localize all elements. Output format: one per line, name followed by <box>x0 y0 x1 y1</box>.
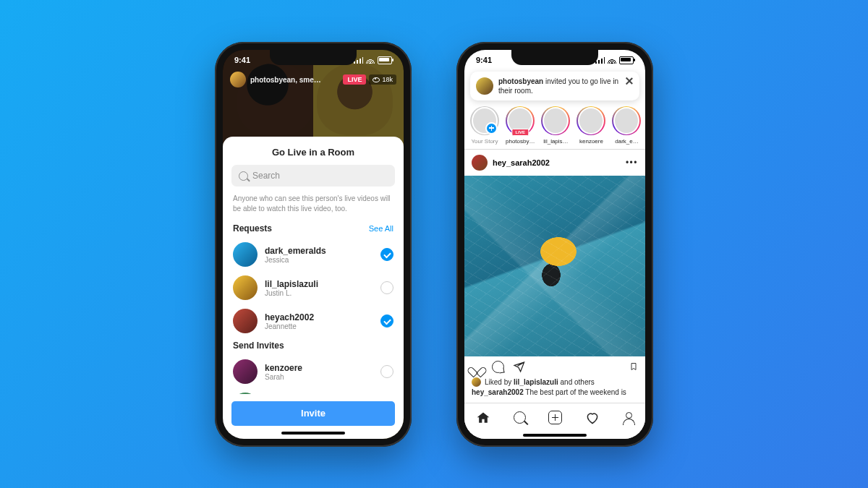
status-icons <box>354 56 392 64</box>
status-time: 9:41 <box>234 56 250 64</box>
likes-row[interactable]: Liked by lil_lapislazuli and others <box>464 377 645 387</box>
sheet-title: Go Live in a Room <box>223 137 404 165</box>
battery-icon <box>619 56 634 64</box>
send-invites-label: Send Invites <box>233 341 284 351</box>
story-label: dark_e… <box>615 138 638 145</box>
avatar <box>233 275 258 300</box>
see-all-link[interactable]: See All <box>369 224 393 233</box>
phone-mockup-right: 9:41 photosbyean invited you to go live … <box>456 42 653 447</box>
stories-tray[interactable]: Your Story LIVE photosby… lil_lapis… ken… <box>464 100 645 149</box>
privacy-note: Anyone who can see this person's live vi… <box>223 187 404 221</box>
home-indicator <box>281 432 345 435</box>
story-label: lil_lapis… <box>543 138 568 145</box>
screen-left: 9:41 photosbyean, sme… LIVE 18k Go Live … <box>223 50 404 439</box>
request-row[interactable]: dark_emeraldsJessica <box>233 238 393 271</box>
live-header: photosbyean, sme… LIVE 18k <box>223 72 404 87</box>
invite-row[interactable]: travis_shreds18 <box>233 388 393 394</box>
search-placeholder: Search <box>252 171 280 181</box>
avatar <box>233 242 258 267</box>
bookmark-icon[interactable] <box>629 361 638 372</box>
avatar <box>233 309 258 333</box>
wifi-icon <box>366 57 375 64</box>
add-story-plus-icon <box>485 122 498 134</box>
checkbox-unchecked-icon[interactable] <box>380 365 393 378</box>
phone-mockup-left: 9:41 photosbyean, sme… LIVE 18k Go Live … <box>215 42 412 447</box>
request-row[interactable]: lil_lapislazuliJustin L. <box>233 271 393 304</box>
story-item[interactable]: lil_lapis… <box>541 106 570 145</box>
screen-right: 9:41 photosbyean invited you to go live … <box>464 50 645 439</box>
story-label: Your Story <box>471 138 498 145</box>
like-icon[interactable] <box>472 363 483 373</box>
row-username: dark_emeralds <box>265 246 380 256</box>
status-icons <box>595 56 634 64</box>
story-item[interactable]: dark_e… <box>612 106 641 145</box>
more-options-icon[interactable]: ••• <box>626 158 638 168</box>
comment-icon[interactable] <box>492 361 504 373</box>
request-row[interactable]: heyach2002Jeannette <box>233 304 393 338</box>
send-invites-header: Send Invites <box>233 338 393 355</box>
profile-tab-icon[interactable] <box>623 412 634 423</box>
search-input[interactable]: Search <box>231 165 395 187</box>
viewer-count: 18k <box>369 74 396 85</box>
row-username: kenzoere <box>265 363 380 373</box>
requests-header: Requests See All <box>223 221 404 238</box>
live-badge-icon: LIVE <box>512 129 529 136</box>
checkbox-unchecked-icon[interactable] <box>380 281 393 294</box>
story-your-story[interactable]: Your Story <box>470 106 499 145</box>
post-caption: hey_sarah2002 The best part of the weeke… <box>464 387 645 396</box>
go-live-sheet: Go Live in a Room Search Anyone who can … <box>223 137 404 439</box>
row-username: heyach2002 <box>265 312 380 322</box>
host-username[interactable]: photosbyean, sme… <box>250 76 343 84</box>
avatar <box>233 393 258 394</box>
share-icon[interactable] <box>513 361 525 373</box>
invite-toast[interactable]: photosbyean invited you to go live in th… <box>470 72 639 100</box>
toast-text: photosbyean invited you to go live in th… <box>498 77 619 95</box>
post-avatar[interactable] <box>472 155 488 171</box>
checkbox-checked-icon[interactable] <box>380 314 393 328</box>
requests-label: Requests <box>233 223 272 234</box>
user-list: dark_emeraldsJessica lil_lapislazuliJust… <box>223 238 404 394</box>
row-name: Justin L. <box>265 289 380 297</box>
notch <box>511 50 598 65</box>
story-label: photosby… <box>506 138 535 145</box>
toast-avatar <box>476 77 493 95</box>
live-badge: LIVE <box>343 74 366 85</box>
invite-row[interactable]: kenzoereSarah <box>233 355 393 388</box>
story-item[interactable]: LIVE photosby… <box>506 106 535 145</box>
liker-avatar <box>472 377 481 387</box>
home-tab-icon[interactable] <box>476 411 490 425</box>
status-time: 9:41 <box>476 56 492 64</box>
post-header: hey_sarah2002 ••• <box>464 150 645 176</box>
avatar <box>233 359 258 384</box>
tab-bar <box>464 403 645 439</box>
row-username: lil_lapislazuli <box>265 279 380 289</box>
story-label: kenzoere <box>579 138 603 145</box>
checkbox-checked-icon[interactable] <box>380 248 393 261</box>
post-username[interactable]: hey_sarah2002 <box>493 158 621 167</box>
row-name: Jessica <box>265 256 380 264</box>
story-item[interactable]: kenzoere <box>576 106 605 145</box>
host-avatar[interactable] <box>230 72 246 87</box>
home-indicator <box>523 434 587 437</box>
invite-button[interactable]: Invite <box>231 401 395 426</box>
row-name: Sarah <box>265 373 380 381</box>
search-tab-icon[interactable] <box>514 411 526 424</box>
eye-icon <box>373 77 380 82</box>
close-icon[interactable] <box>625 77 634 85</box>
create-tab-icon[interactable] <box>548 411 562 424</box>
notch <box>270 50 357 65</box>
post-image[interactable] <box>464 176 645 356</box>
wifi-icon <box>608 57 616 64</box>
battery-icon <box>378 56 392 64</box>
search-icon <box>239 171 248 181</box>
post-actions <box>464 356 645 377</box>
sheet-footer: Invite <box>223 394 404 439</box>
activity-tab-icon[interactable] <box>585 411 600 425</box>
row-name: Jeannette <box>265 322 380 330</box>
